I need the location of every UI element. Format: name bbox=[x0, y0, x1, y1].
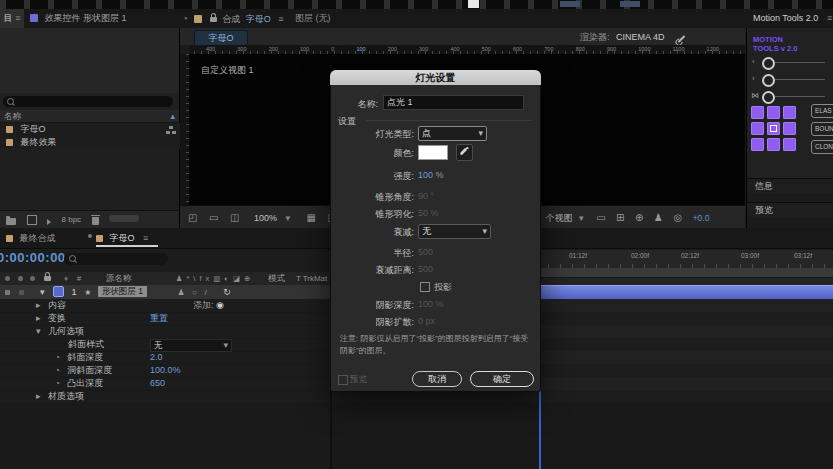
eye-toggle[interactable] bbox=[5, 290, 10, 295]
show-snapshot-icon[interactable]: ▭ bbox=[209, 212, 218, 223]
prop-row-contents[interactable]: ▸ 内容 添加: ◉ bbox=[0, 299, 331, 313]
menu-icon[interactable]: ≡ bbox=[827, 13, 832, 23]
renderer-control[interactable]: 渲染器: CINEMA 4D bbox=[580, 30, 686, 45]
adjustment-icon[interactable]: ◪ bbox=[233, 274, 244, 283]
light-name-input[interactable]: 点光 1 bbox=[383, 95, 524, 110]
expander-icon[interactable]: ▾ bbox=[36, 326, 41, 336]
prop-label[interactable]: 内容 bbox=[48, 300, 66, 310]
anchor-grid-cell[interactable] bbox=[751, 106, 764, 119]
people-icon[interactable]: ♟ bbox=[654, 212, 663, 223]
fx-icon[interactable]: fx bbox=[199, 274, 213, 283]
pixel-aspect-icon[interactable]: ▭ bbox=[596, 212, 605, 223]
eye-icon[interactable] bbox=[5, 276, 10, 281]
cancel-button[interactable]: 取消 bbox=[412, 371, 462, 387]
label-icon[interactable]: ♦ bbox=[64, 274, 68, 283]
threed-icon[interactable]: ⊕ bbox=[244, 274, 254, 283]
camera-settings-icon[interactable]: ⊕ bbox=[635, 212, 643, 223]
shy-icon[interactable]: ♟ bbox=[176, 274, 187, 283]
sort-icon[interactable]: ▴ bbox=[170, 110, 175, 122]
intensity-number[interactable]: 100 bbox=[418, 170, 433, 180]
snapshot-icon[interactable]: ◰ bbox=[188, 212, 197, 223]
ease-both-slider[interactable] bbox=[762, 91, 775, 104]
ease-out-slider[interactable] bbox=[762, 74, 775, 87]
magnification-dropdown[interactable]: 100% ▾ bbox=[254, 213, 293, 223]
expander-icon[interactable]: ▸ bbox=[36, 391, 41, 401]
trash-icon[interactable] bbox=[92, 217, 99, 225]
prop-row-transform[interactable]: ▸ 变换 重置 bbox=[0, 312, 331, 326]
light-type-dropdown[interactable]: 点 ▾ bbox=[418, 126, 487, 141]
anchor-grid-cell[interactable] bbox=[767, 138, 780, 151]
tab-layer[interactable]: 图层 (无) bbox=[295, 9, 331, 28]
prop-row-material[interactable]: ▸ 材质选项 bbox=[0, 390, 331, 404]
frame-blend-icon[interactable]: ▥ bbox=[213, 274, 224, 283]
trkmat-column[interactable]: T TrkMat bbox=[296, 274, 327, 283]
exposure-offset[interactable]: +0.0 bbox=[693, 213, 710, 223]
stopwatch-icon[interactable]: ◔ bbox=[55, 366, 60, 375]
new-folder-icon[interactable] bbox=[6, 218, 16, 225]
add-icon[interactable]: ◉ bbox=[216, 299, 224, 312]
falloff-dropdown[interactable]: 无 ▾ bbox=[418, 224, 491, 239]
timeline-tab-final-comp[interactable]: 最终合成 bbox=[6, 228, 56, 248]
view-layout-dropdown[interactable]: 个视图 ▾ bbox=[546, 213, 587, 223]
new-comp-icon[interactable] bbox=[27, 215, 37, 225]
dialog-titlebar[interactable]: 灯光设置 bbox=[330, 70, 541, 85]
reset-link[interactable]: 重置 bbox=[150, 312, 168, 325]
grid-options-icon[interactable]: ⊞ bbox=[616, 212, 624, 223]
expander-icon[interactable]: ▸ bbox=[36, 313, 41, 323]
layer-fx-switch[interactable]: / bbox=[204, 288, 206, 297]
prop-label[interactable]: 材质选项 bbox=[48, 391, 84, 401]
layer-name[interactable]: 形状图层 1 bbox=[98, 286, 147, 297]
menu-icon[interactable]: ≡ bbox=[278, 14, 283, 24]
roi-icon[interactable]: ▦ bbox=[307, 212, 316, 223]
cast-shadows-label[interactable]: 投影 bbox=[434, 281, 452, 294]
prop-label[interactable]: 几何选项 bbox=[48, 326, 84, 336]
project-search-input[interactable] bbox=[3, 96, 173, 107]
renderer-value[interactable]: CINEMA 4D bbox=[616, 32, 665, 42]
expander-icon[interactable]: ▾ bbox=[40, 287, 45, 297]
intensity-value[interactable]: 100 % bbox=[418, 170, 444, 180]
expander-icon[interactable]: ▸ bbox=[36, 300, 41, 310]
stopwatch-icon[interactable]: ◔ bbox=[55, 353, 60, 362]
anchor-grid-cell[interactable] bbox=[783, 122, 796, 135]
cast-shadows-checkbox[interactable] bbox=[420, 282, 430, 292]
ease-in-slider[interactable] bbox=[762, 57, 775, 70]
wrench-icon[interactable] bbox=[678, 35, 686, 43]
refresh-icon[interactable]: ◎ bbox=[673, 212, 682, 223]
solo-icon[interactable] bbox=[30, 276, 35, 281]
prop-value[interactable]: 100.0% bbox=[150, 364, 181, 377]
elastic-button[interactable]: ELAS bbox=[811, 104, 833, 118]
app-toolbar[interactable] bbox=[0, 0, 833, 9]
anchor-grid-cell[interactable] bbox=[751, 122, 764, 135]
anchor-grid-cell[interactable] bbox=[767, 106, 780, 119]
prop-label[interactable]: 变换 bbox=[48, 313, 66, 323]
project-item[interactable]: 最终效果 bbox=[0, 136, 179, 148]
anchor-grid-cell[interactable] bbox=[783, 138, 796, 151]
project-name-header[interactable]: 名称 ▴ bbox=[0, 110, 180, 123]
layer-quality-switch[interactable]: ○ bbox=[192, 288, 197, 297]
timeline-search-input[interactable] bbox=[64, 253, 168, 265]
color-swatch[interactable] bbox=[418, 145, 448, 160]
tab-project[interactable]: 目 ≡ bbox=[0, 9, 24, 28]
tab-effect-controls[interactable]: 效果控件 形状图层 1 bbox=[30, 9, 127, 28]
preview-panel-header[interactable]: 预览 bbox=[746, 202, 833, 218]
anchor-grid-cell[interactable] bbox=[783, 106, 796, 119]
scrollbar-pill[interactable] bbox=[109, 215, 139, 222]
anchor-grid-cell[interactable] bbox=[751, 138, 764, 151]
anchor-grid-cell-center[interactable] bbox=[767, 122, 780, 135]
layer-color-chip[interactable] bbox=[53, 286, 64, 297]
channels-icon[interactable]: ◫ bbox=[230, 212, 239, 223]
menu-icon[interactable]: ≡ bbox=[15, 13, 20, 23]
bpc-label[interactable]: 8 bpc bbox=[62, 215, 82, 224]
menu-icon[interactable]: ≡ bbox=[143, 233, 148, 243]
stopwatch-icon[interactable]: ◔ bbox=[55, 379, 60, 388]
mode-column[interactable]: 模式 bbox=[268, 273, 285, 283]
motion-blur-icon[interactable]: ◐ bbox=[224, 274, 233, 283]
refresh-icon[interactable]: ↻ bbox=[223, 287, 231, 297]
audio-icon[interactable] bbox=[18, 276, 23, 281]
bounce-button[interactable]: BOUN bbox=[811, 122, 833, 136]
tab-composition[interactable]: ● 合成 字母O ≡ bbox=[184, 9, 283, 28]
layer-row[interactable]: ▾ 1 ★ 形状图层 1 ♟ ○ / ↻ bbox=[0, 285, 331, 299]
ok-button[interactable]: 确定 bbox=[470, 371, 534, 387]
eyedropper-icon[interactable] bbox=[456, 144, 473, 161]
project-item[interactable]: 字母O bbox=[0, 123, 179, 135]
